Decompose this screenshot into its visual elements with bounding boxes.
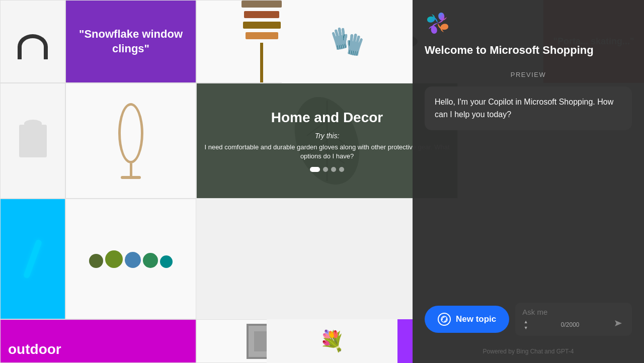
- carousel-dots: [310, 167, 344, 172]
- mirror-icon: [118, 103, 143, 179]
- scroll-arrows[interactable]: ▲ ▼: [522, 319, 529, 330]
- home-decor-subtitle: Try this:: [315, 132, 340, 140]
- scroll-up-arrow[interactable]: ▲: [522, 319, 529, 324]
- planter-1: [89, 254, 103, 268]
- svg-point-9: [445, 321, 446, 322]
- lavender-icon: 💐: [319, 329, 345, 353]
- tile-neon: [0, 199, 65, 319]
- ask-me-box: ▲ ▼ 0/2000: [515, 303, 632, 336]
- planters-icon: [89, 250, 173, 268]
- tile-mirror: [65, 83, 196, 199]
- planter-4: [143, 253, 158, 268]
- new-topic-label: New topic: [456, 314, 496, 324]
- tile-gloves: 🧤: [282, 0, 413, 83]
- new-topic-button[interactable]: New topic: [425, 306, 509, 333]
- dot-2[interactable]: [323, 167, 328, 172]
- send-button[interactable]: [611, 318, 625, 331]
- tile-snowflake[interactable]: "Snowflake window clings": [65, 0, 196, 83]
- snowflake-label: "Snowflake window clings": [76, 27, 186, 56]
- panel-footer: Powered by Bing Chat and GPT-4: [413, 344, 644, 363]
- headset-icon: [440, 315, 448, 323]
- planter-3: [125, 252, 141, 268]
- tile-planters: [65, 199, 196, 319]
- new-topic-icon: [438, 313, 451, 326]
- copilot-logo: [425, 10, 451, 36]
- tile-hanger: [0, 0, 65, 83]
- send-icon: [613, 318, 623, 328]
- planter-2: [105, 250, 123, 268]
- chat-message: Hello, I'm your Copilot in Microsoft Sho…: [425, 86, 632, 130]
- outdoor-label: outdoor: [8, 341, 61, 357]
- char-count: 0/2000: [561, 321, 580, 328]
- ask-me-input[interactable]: [522, 308, 625, 316]
- dot-1[interactable]: [310, 167, 320, 172]
- preview-badge: PREVIEW: [413, 71, 644, 78]
- scroll-down-arrow[interactable]: ▼: [522, 325, 529, 330]
- tile-outdoor[interactable]: outdoor: [0, 319, 196, 363]
- panel-actions: New topic ▲ ▼ 0/2000: [413, 295, 644, 344]
- home-decor-title: Home and Decor: [271, 110, 383, 126]
- shirt-icon: [19, 125, 47, 157]
- ask-me-controls: ▲ ▼ 0/2000: [522, 318, 625, 331]
- svg-rect-8: [446, 318, 447, 320]
- svg-rect-7: [442, 319, 443, 320]
- tile-shirt: [0, 83, 65, 199]
- panel-title: Welcome to Microsoft Shopping: [425, 43, 594, 58]
- panel-header: Welcome to Microsoft Shopping: [413, 0, 644, 66]
- planter-5: [160, 255, 173, 268]
- neon-icon: [23, 239, 43, 279]
- dot-3[interactable]: [331, 167, 336, 172]
- dot-4[interactable]: [339, 167, 344, 172]
- tile-lavender: 💐: [267, 319, 397, 363]
- hanger-icon: [18, 34, 48, 59]
- ai-panel: Welcome to Microsoft Shopping PREVIEW He…: [413, 0, 644, 363]
- gloves-icon: 🧤: [330, 25, 365, 58]
- beach-sign-icon: [242, 1, 282, 83]
